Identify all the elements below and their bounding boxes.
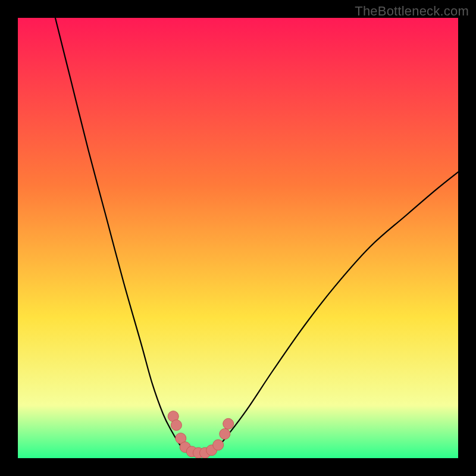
valley-marker (220, 428, 230, 439)
bottleneck-chart (18, 18, 458, 458)
watermark-text: TheBottleneck.com (355, 4, 469, 19)
valley-marker (223, 418, 234, 429)
valley-marker (213, 440, 224, 450)
outer-frame: TheBottleneck.com (0, 0, 476, 476)
valley-marker (171, 420, 181, 431)
plot-area (18, 18, 458, 458)
gradient-background (18, 18, 458, 458)
